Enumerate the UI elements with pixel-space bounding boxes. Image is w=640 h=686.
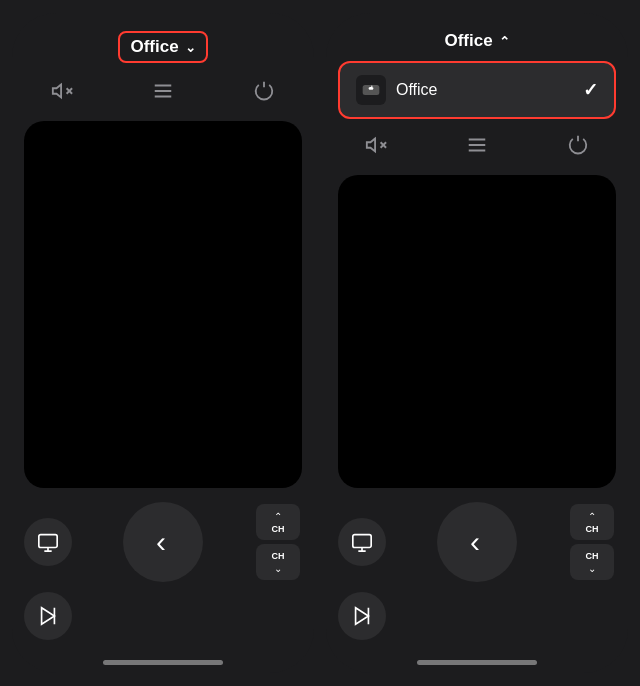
apple-tv-icon (356, 75, 386, 105)
list-button-left[interactable] (145, 73, 181, 109)
svg-marker-13 (367, 139, 375, 152)
bottom-controls-right: ‹ ⌃ CH CH ⌄ (326, 488, 628, 660)
power-button-left[interactable] (246, 73, 282, 109)
ch-down-arrow-right: ⌄ (588, 563, 596, 574)
tv-button-left[interactable] (24, 518, 72, 566)
controls-top-row-right: ‹ ⌃ CH CH ⌄ (338, 502, 616, 582)
ch-up-button-right[interactable]: ⌃ CH (570, 504, 614, 540)
content-area-left (24, 121, 302, 488)
top-bar-right: Office ⌃ (326, 13, 628, 61)
ch-label-down-left: CH (272, 551, 285, 561)
svg-marker-0 (53, 85, 61, 98)
checkmark-icon: ✓ (583, 79, 598, 101)
dropdown-item-label: Office (396, 81, 438, 99)
svg-rect-11 (363, 85, 380, 95)
icons-row-left (12, 73, 314, 121)
back-button-left[interactable]: ‹ (123, 502, 203, 582)
back-button-right[interactable]: ‹ (437, 502, 517, 582)
ch-stack-right: ⌃ CH CH ⌄ (568, 504, 616, 580)
svg-marker-9 (42, 608, 55, 625)
icons-row-right (326, 127, 628, 175)
room-label-left: Office (130, 37, 178, 57)
ch-label-down-right: CH (586, 551, 599, 561)
svg-rect-6 (39, 535, 57, 548)
back-arrow-icon-right: ‹ (470, 525, 480, 559)
ch-down-arrow-left: ⌄ (274, 563, 282, 574)
back-arrow-icon-left: ‹ (156, 525, 166, 559)
svg-marker-22 (356, 608, 369, 625)
room-label-right: Office (444, 31, 492, 51)
play-pause-button-left[interactable] (24, 592, 72, 640)
right-phone-screen: Office ⌃ Office ✓ (326, 13, 628, 673)
tv-button-right[interactable] (338, 518, 386, 566)
ch-up-arrow-left: ⌃ (274, 511, 282, 522)
mute-button-left[interactable] (44, 73, 80, 109)
content-area-right (338, 175, 616, 488)
bottom-controls-left: ‹ ⌃ CH CH ⌄ (12, 488, 314, 660)
ch-label-up-left: CH (272, 524, 285, 534)
list-button-right[interactable] (459, 127, 495, 163)
mute-button-right[interactable] (358, 127, 394, 163)
chevron-up-icon-right: ⌃ (499, 34, 510, 49)
svg-point-12 (371, 86, 372, 87)
room-selector-left[interactable]: Office ⌄ (118, 31, 207, 63)
home-indicator-right (417, 660, 537, 665)
room-selector-right[interactable]: Office ⌃ (444, 31, 509, 51)
play-pause-button-right[interactable] (338, 592, 386, 640)
left-phone-screen: Office ⌄ (12, 13, 314, 673)
ch-down-button-left[interactable]: CH ⌄ (256, 544, 300, 580)
ch-down-button-right[interactable]: CH ⌄ (570, 544, 614, 580)
chevron-down-icon-left: ⌄ (185, 40, 196, 55)
dropdown-item-left: Office (356, 75, 438, 105)
home-indicator-left (103, 660, 223, 665)
controls-bottom-row-left (24, 592, 302, 640)
power-button-right[interactable] (560, 127, 596, 163)
ch-stack-left: ⌃ CH CH ⌄ (254, 504, 302, 580)
ch-up-button-left[interactable]: ⌃ CH (256, 504, 300, 540)
top-bar-left: Office ⌄ (12, 13, 314, 73)
controls-bottom-row-right (338, 592, 616, 640)
dropdown-item-office[interactable]: Office ✓ (338, 61, 616, 119)
ch-label-up-right: CH (586, 524, 599, 534)
svg-rect-19 (353, 535, 371, 548)
ch-up-arrow-right: ⌃ (588, 511, 596, 522)
controls-top-row-left: ‹ ⌃ CH CH ⌄ (24, 502, 302, 582)
